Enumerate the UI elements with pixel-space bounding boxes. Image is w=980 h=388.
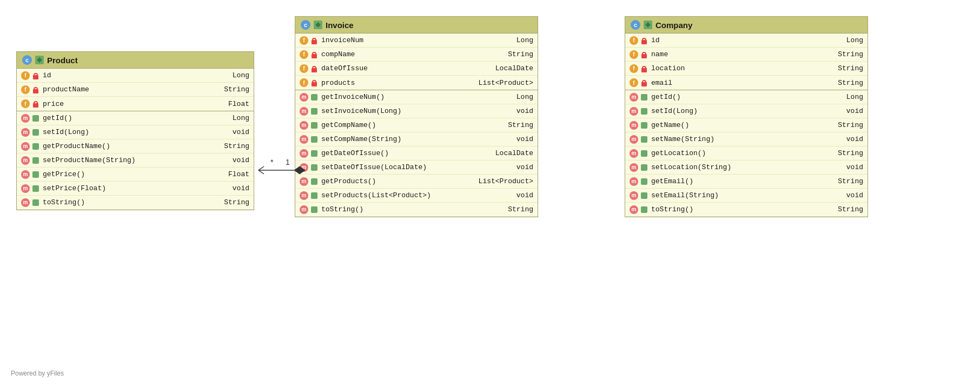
leaf-icon [310,136,318,143]
company-field-email: f email String [625,76,868,90]
product-id-name: id [43,71,228,79]
invoice-class-name: Invoice [326,21,354,30]
method-icon-m: m [630,163,638,172]
invoice-products-name: products [321,79,474,87]
svg-rect-12 [32,199,39,206]
company-method-getId: m getId() Long [625,90,868,104]
arrow-label-star: * [270,158,274,166]
invoice-method-getInvoiceNum: m getInvoiceNum() Long [295,90,538,104]
method-icon-m: m [630,135,638,144]
invoice-getInvoiceNum-name: getInvoiceNum() [321,93,512,101]
company-setLocation-type: void [846,163,863,171]
invoice-method-getDateOfIssue: m getDateOfIssue() LocalDate [295,146,538,160]
invoice-setProducts-name: setProducts(List<Product>) [321,191,512,199]
class-icon-c: c [631,20,640,30]
company-field-location: f location String [625,62,868,76]
product-method-toString: m toString() String [17,196,254,210]
svg-rect-33 [643,52,646,55]
field-icon-f: f [300,64,308,73]
field-icon-f: f [630,78,638,87]
method-icon-m: m [630,107,638,116]
svg-rect-20 [313,81,316,83]
leaf-icon [310,164,318,171]
leaf-icon [640,206,648,213]
field-icon-f: f [630,36,638,45]
field-icon-f: f [21,71,30,80]
company-name-type: String [838,50,863,58]
product-getId-type: Long [233,114,249,122]
company-toString-type: String [838,205,863,213]
method-icon-m: m [630,205,638,214]
invoice-method-getCompName: m getCompName() String [295,118,538,132]
svg-rect-40 [641,122,647,129]
class-icon-leaf [644,21,652,29]
invoice-getCompName-type: String [508,121,533,129]
company-location-type: String [838,64,863,72]
company-getEmail-type: String [838,177,863,185]
leaf-icon [640,178,648,185]
company-getEmail-name: getEmail() [651,177,833,185]
product-fields: f id Long f productName String f price F… [17,69,254,111]
leaf-icon [32,129,39,136]
field-icon-f: f [630,50,638,59]
field-icon-f: f [300,78,308,87]
lock-icon [310,51,318,58]
company-fields: f id Long f name String f location Strin… [625,34,868,90]
invoice-invoiceNum-type: Long [517,36,533,44]
company-method-toString: m toString() String [625,203,868,217]
lock-icon [32,86,39,93]
leaf-icon [640,93,648,101]
leaf-icon [640,108,648,115]
class-icon-leaf [314,21,322,29]
product-method-setId: m setId(Long) void [17,125,254,139]
invoice-method-setProducts: m setProducts(List<Product>) void [295,189,538,203]
method-icon-m: m [630,149,638,158]
svg-rect-24 [311,136,317,143]
invoice-class-header: c Invoice [295,17,538,34]
method-icon-m: m [300,177,308,186]
leaf-icon [32,115,39,122]
method-icon-m: m [630,93,638,102]
company-setName-type: void [846,135,863,143]
invoice-field-invoiceNum: f invoiceNum Long [295,34,538,48]
method-icon-m: m [300,205,308,214]
product-setId-name: setId(Long) [43,128,228,136]
company-setEmail-type: void [846,191,863,199]
invoice-method-setInvoiceNum: m setInvoiceNum(Long) void [295,104,538,118]
company-setLocation-name: setLocation(String) [651,163,842,171]
product-methods: m getId() Long m setId(Long) void m getP… [17,111,254,210]
invoice-getProducts-type: List<Product> [479,177,533,185]
invoice-fields: f invoiceNum Long f compName String f da… [295,34,538,90]
invoice-method-toString: m toString() String [295,203,538,217]
company-field-name: f name String [625,48,868,62]
lock-icon [310,65,318,72]
svg-rect-26 [311,164,317,171]
invoice-class: c Invoice f invoiceNum Long f compName S… [295,16,538,217]
method-icon-m: m [21,128,30,137]
product-setId-type: void [233,128,249,136]
product-productName-name: productName [43,85,220,93]
product-setPrice-type: void [233,184,249,192]
invoice-setCompName-type: void [517,135,533,143]
svg-rect-31 [643,38,646,41]
product-method-getId: m getId() Long [17,111,254,125]
product-toString-type: String [224,198,249,206]
method-icon-m: m [21,142,30,151]
method-icon-m: m [300,135,308,144]
company-method-getLocation: m getLocation() String [625,146,868,160]
company-method-setId: m setId(Long) void [625,104,868,118]
product-price-type: Float [228,100,249,108]
company-setId-name: setId(Long) [651,107,842,115]
company-name-name: name [651,50,833,58]
invoice-dateOfIssue-type: LocalDate [495,64,533,72]
leaf-icon [32,143,39,150]
company-setName-name: setName(String) [651,135,842,143]
company-method-setLocation: m setLocation(String) void [625,160,868,175]
product-productName-type: String [224,85,249,93]
company-getLocation-name: getLocation() [651,149,833,157]
product-field-productName: f productName String [17,83,254,97]
svg-rect-41 [641,136,647,143]
company-class-header: c Company [625,17,868,34]
product-method-getPrice: m getPrice() Float [17,168,254,182]
product-setProductName-name: setProductName(String) [43,156,228,164]
